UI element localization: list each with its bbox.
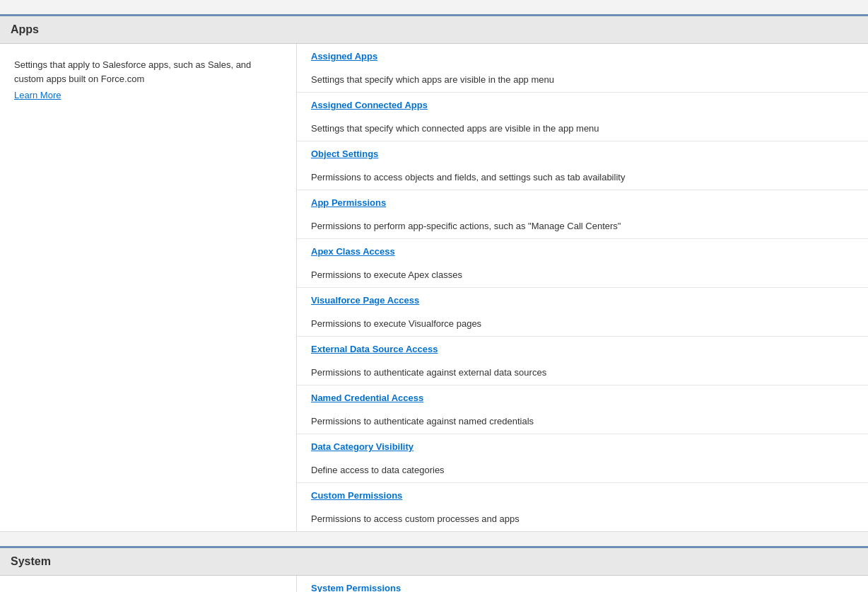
apps-item-row: Visualforce Page AccessPermissions to ex…: [297, 288, 868, 337]
system-section-right: System PermissionsPermissions to perform…: [297, 576, 868, 592]
apps-item-title-1[interactable]: Assigned Connected Apps: [311, 100, 854, 110]
system-section-left: Settings that apply across all apps, suc…: [0, 576, 297, 592]
apps-item-title-5[interactable]: Visualforce Page Access: [311, 295, 854, 306]
apps-item-title-3[interactable]: App Permissions: [311, 197, 854, 208]
apps-item-title-9[interactable]: Custom Permissions: [311, 490, 854, 501]
apps-section-body: Settings that apply to Salesforce apps, …: [0, 44, 868, 532]
apps-item-title-6[interactable]: External Data Source Access: [311, 344, 854, 354]
apps-item-desc-2: Permissions to access objects and fields…: [311, 172, 625, 182]
apps-item-desc-1: Settings that specify which connected ap…: [311, 123, 599, 134]
apps-item-desc-5: Permissions to execute Visualforce pages: [311, 318, 481, 329]
system-item-title-0[interactable]: System Permissions: [311, 583, 854, 592]
apps-item-row: App PermissionsPermissions to perform ap…: [297, 190, 868, 239]
system-section-title: System: [11, 555, 51, 567]
apps-section-right: Assigned AppsSettings that specify which…: [297, 44, 868, 531]
apps-item-title-8[interactable]: Data Category Visibility: [311, 441, 854, 452]
apps-section: Apps Settings that apply to Salesforce a…: [0, 14, 868, 532]
apps-section-header: Apps: [0, 14, 868, 44]
system-section-body: Settings that apply across all apps, suc…: [0, 576, 868, 592]
apps-item-desc-8: Define access to data categories: [311, 465, 445, 475]
page-wrapper: Apps Settings that apply to Salesforce a…: [0, 0, 868, 592]
apps-item-row: Apex Class AccessPermissions to execute …: [297, 239, 868, 288]
apps-item-title-2[interactable]: Object Settings: [311, 149, 854, 159]
apps-item-desc-3: Permissions to perform app-specific acti…: [311, 221, 621, 231]
apps-item-desc-4: Permissions to execute Apex classes: [311, 269, 462, 280]
apps-item-title-7[interactable]: Named Credential Access: [311, 393, 854, 403]
apps-item-desc-9: Permissions to access custom processes a…: [311, 513, 520, 524]
apps-item-row: Assigned AppsSettings that specify which…: [297, 44, 868, 93]
apps-item-row: External Data Source AccessPermissions t…: [297, 337, 868, 385]
apps-item-desc-0: Settings that specify which apps are vis…: [311, 74, 554, 85]
apps-item-row: Assigned Connected AppsSettings that spe…: [297, 93, 868, 141]
apps-section-left: Settings that apply to Salesforce apps, …: [0, 44, 297, 531]
apps-item-title-0[interactable]: Assigned Apps: [311, 51, 854, 62]
apps-item-row: Named Credential AccessPermissions to au…: [297, 385, 868, 434]
apps-description-text: Settings that apply to Salesforce apps, …: [14, 58, 282, 86]
apps-item-desc-6: Permissions to authenticate against exte…: [311, 367, 546, 378]
apps-item-row: Object SettingsPermissions to access obj…: [297, 141, 868, 190]
apps-item-row: Custom PermissionsPermissions to access …: [297, 483, 868, 531]
apps-item-title-4[interactable]: Apex Class Access: [311, 246, 854, 257]
apps-item-row: Data Category VisibilityDefine access to…: [297, 434, 868, 483]
apps-learn-more-link[interactable]: Learn More: [14, 90, 61, 100]
apps-item-desc-7: Permissions to authenticate against name…: [311, 416, 534, 426]
system-item-row: System PermissionsPermissions to perform…: [297, 576, 868, 592]
section-gap: [0, 532, 868, 546]
system-section: System Settings that apply across all ap…: [0, 546, 868, 592]
system-section-header: System: [0, 546, 868, 576]
apps-section-title: Apps: [11, 23, 39, 35]
